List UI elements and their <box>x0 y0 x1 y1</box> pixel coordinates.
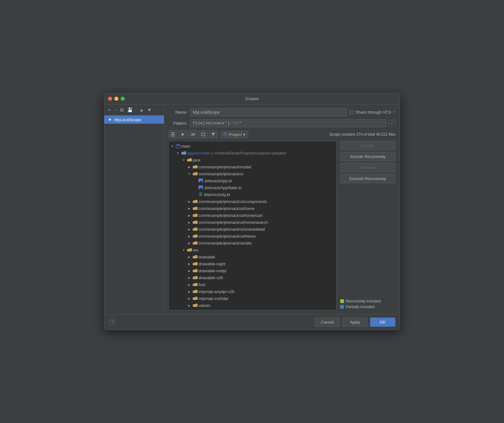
exclude-recursively-button[interactable]: Exclude Recursively <box>340 174 395 183</box>
tree-toggle[interactable]: ▼ <box>181 248 186 252</box>
svg-rect-0 <box>171 134 175 135</box>
tree-node-icon <box>187 157 192 162</box>
tree-node-icon <box>192 171 198 176</box>
tree-toggle[interactable]: ▶ <box>187 227 192 231</box>
tree-node-label: com/example/jetsnack/ui/components <box>198 199 267 204</box>
tree-toggle[interactable]: ▶ <box>187 241 192 245</box>
toolbar-separator <box>136 107 136 112</box>
tree-node[interactable]: ▼main <box>169 143 336 149</box>
tree-toggle[interactable]: ▶ <box>187 220 192 224</box>
help-button[interactable]: ? <box>109 319 116 326</box>
tree-node[interactable]: ▼app/src/main (~/AndroidStudioProjects/c… <box>169 149 336 156</box>
tree-node[interactable]: MainActivity.kt <box>169 191 336 198</box>
tree-node-icon <box>192 240 198 245</box>
tree-node[interactable]: ▶drawable-nodpi <box>169 267 336 274</box>
share-vcs-checkbox[interactable] <box>349 110 354 115</box>
remove-scope-button[interactable]: − <box>113 106 118 113</box>
tree-toolbar: Project ▾ Scope contains 274 of total 46… <box>169 130 395 138</box>
tree-toggle[interactable]: ▶ <box>187 255 192 259</box>
sidebar: + − ⊞ 💾 ▲ ▼ MyLocalScope <box>104 104 164 314</box>
tree-node[interactable]: ▶font <box>169 281 336 288</box>
tree-toggle[interactable]: ▶ <box>187 303 192 307</box>
dialog-title: Scopes <box>245 96 259 101</box>
tree-node-icon <box>198 185 203 190</box>
tree-toggle[interactable]: ▼ <box>170 144 175 148</box>
tree-toggle[interactable]: ▼ <box>176 151 180 155</box>
save-scope-button[interactable]: 💾 <box>126 106 134 113</box>
tree-toggle[interactable]: ▶ <box>187 268 192 273</box>
svg-marker-3 <box>182 133 184 136</box>
pattern-input[interactable] <box>190 119 386 127</box>
tree-node-label: com/example/jetsnack/ui <box>198 172 243 176</box>
tree-toggle[interactable]: ▼ <box>187 172 192 176</box>
tree-node[interactable]: ▶com/example/jetsnack/model <box>169 163 336 170</box>
tree-toggle[interactable]: ▶ <box>187 206 192 211</box>
tree-node[interactable]: ▶com/example/jetsnack/ui/home/search <box>169 219 336 226</box>
copy-scope-button[interactable]: ⊞ <box>119 106 125 113</box>
tree-toggle[interactable]: ▼ <box>181 158 186 162</box>
name-input[interactable] <box>190 108 347 116</box>
maximize-button[interactable] <box>121 97 125 101</box>
tree-node[interactable]: ▶com/example/jetsnack/ui/theme <box>169 233 336 240</box>
show-only-included-button[interactable] <box>199 130 208 138</box>
legend-recursively-label: Recursively included <box>346 299 381 303</box>
tree-node-icon <box>192 268 198 273</box>
tree-node[interactable]: ▶values <box>169 302 336 309</box>
tree-node-label: com/example/jetsnack/ui/home <box>198 206 255 211</box>
tree-toggle[interactable]: ▶ <box>187 289 192 294</box>
tree-node-label: java <box>193 158 200 162</box>
tree-toggle-empty <box>193 178 197 183</box>
file-tree[interactable]: ▼main▼app/src/main (~/AndroidStudioProje… <box>169 141 336 310</box>
scope-item-myscope[interactable]: MyLocalScope <box>104 116 164 124</box>
ok-button[interactable]: OK <box>370 318 395 327</box>
exclude-button[interactable]: Exclude <box>340 163 395 172</box>
tree-node[interactable]: JetsnackApp.kt <box>169 177 336 184</box>
minimize-button[interactable] <box>114 97 118 101</box>
share-vcs-container: Share through VCS ? <box>349 110 395 115</box>
expand-all-button[interactable] <box>179 130 187 138</box>
tree-node[interactable]: ▼Rres <box>169 246 336 253</box>
move-down-button[interactable]: ▼ <box>146 106 153 113</box>
main-content: Name: Share through VCS ? Pattern: ⤢ <box>164 104 400 314</box>
tree-node[interactable]: ▶com/example/jetsnack/ui/home/cart <box>169 212 336 219</box>
include-recursively-button[interactable]: Include Recursively <box>340 152 395 161</box>
tree-toggle[interactable]: ▶ <box>187 213 192 217</box>
tree-node[interactable]: ▼com/example/jetsnack/ui <box>169 170 336 177</box>
tree-toggle[interactable]: ▶ <box>187 275 192 280</box>
tree-node[interactable]: ▶drawable <box>169 253 336 260</box>
tree-node[interactable]: ▶drawable-v26 <box>169 274 336 281</box>
tree-node-label: com/example/jetsnack/model <box>198 165 251 169</box>
close-button[interactable] <box>108 97 112 101</box>
tree-node[interactable]: ▶mipmap-anydpi-v26 <box>169 288 336 295</box>
legend-blue-box <box>340 305 344 309</box>
tree-toggle[interactable]: ▶ <box>187 199 192 204</box>
tree-node[interactable]: ▶com/example/jetsnack/ui/utils <box>169 240 336 246</box>
cancel-button[interactable]: Cancel <box>315 318 340 327</box>
tree-node[interactable]: ▶mipmap-xxxhdpi <box>169 295 336 302</box>
tree-toggle[interactable]: ▶ <box>187 234 192 238</box>
svg-point-17 <box>200 194 201 195</box>
scope-item-label: MyLocalScope <box>114 117 141 122</box>
project-selector[interactable]: Project ▾ <box>221 131 248 138</box>
tree-toggle[interactable]: ▶ <box>187 165 192 169</box>
share-vcs-help-icon[interactable]: ? <box>393 110 395 115</box>
include-button[interactable]: Include <box>340 141 395 150</box>
filter-button[interactable] <box>209 130 218 138</box>
tree-node[interactable]: ▶com/example/jetsnack/ui/home <box>169 205 336 212</box>
tree-node[interactable]: ▶drawable-night <box>169 260 336 267</box>
tree-toggle[interactable]: ▶ <box>187 282 192 287</box>
tree-node[interactable]: JetsnackAppState.kt <box>169 184 336 191</box>
apply-button[interactable]: Apply <box>342 318 368 327</box>
expand-pattern-button[interactable]: ⤢ <box>389 120 395 127</box>
share-vcs-label: Share through VCS <box>356 110 391 115</box>
tree-node-icon <box>175 144 180 149</box>
move-up-button[interactable]: ▲ <box>138 106 145 113</box>
flatten-button[interactable] <box>189 130 198 138</box>
add-scope-button[interactable]: + <box>107 106 112 113</box>
tree-node[interactable]: ▶com/example/jetsnack/ui/components <box>169 198 336 205</box>
collapse-all-button[interactable] <box>169 130 177 138</box>
tree-toggle[interactable]: ▶ <box>187 262 192 266</box>
tree-node[interactable]: ▶com/example/jetsnack/ui/snackdetail <box>169 226 336 233</box>
tree-toggle[interactable]: ▶ <box>187 296 192 301</box>
tree-node[interactable]: ▼java <box>169 156 336 163</box>
